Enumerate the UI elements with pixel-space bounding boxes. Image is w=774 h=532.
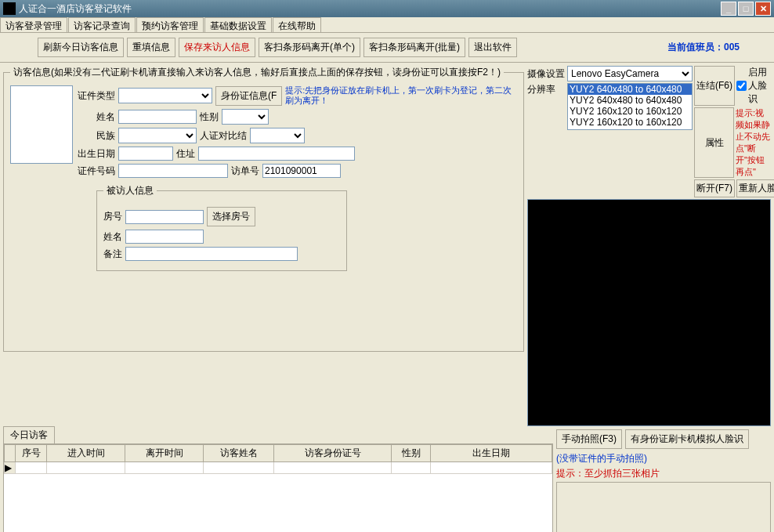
col-birth[interactable]: 出生日期: [431, 445, 552, 462]
camera-device-select[interactable]: Lenovo EasyCamera: [567, 66, 693, 81]
enable-face-checkbox[interactable]: 启用人脸识: [736, 66, 771, 106]
id-type-select[interactable]: [118, 88, 212, 103]
birth-label: 出生日期: [78, 147, 115, 161]
nation-select[interactable]: [118, 128, 197, 143]
visitor-info-legend: 访客信息(如果没有二代证刷卡机请直接输入来访客人信息，输好后直接点上面的保存按钮…: [10, 66, 504, 79]
noid-hint: (没带证件的手动拍照): [556, 452, 771, 465]
today-visitor-tab[interactable]: 今日访客: [3, 426, 55, 443]
addr-input[interactable]: [198, 147, 355, 161]
menu-visitor-query[interactable]: 访客记录查询: [68, 17, 136, 32]
visited-person-fieldset: 被访人信息 房号 选择房号 姓名 备注: [96, 184, 347, 271]
resolution-option[interactable]: YUY2 160x120 to 160x120: [568, 117, 692, 128]
resolution-listbox[interactable]: YUY2 640x480 to 640x480 YUY2 640x480 to …: [567, 83, 693, 130]
window-title: 人证合一酒店访客登记软件: [19, 2, 721, 16]
maximize-button[interactable]: □: [738, 2, 754, 16]
visited-name-input[interactable]: [125, 230, 204, 244]
sim-face-button[interactable]: 有身份证刷卡机模拟人脸识: [625, 429, 749, 449]
resolution-label: 分辨率: [527, 83, 565, 96]
orderno-input[interactable]: [262, 164, 341, 178]
menu-help[interactable]: 在线帮助: [273, 17, 321, 32]
resolution-option[interactable]: YUY2 160x120 to 160x120: [568, 106, 692, 117]
orderno-label: 访单号: [231, 165, 259, 178]
visited-legend: 被访人信息: [103, 184, 157, 197]
birth-input[interactable]: [118, 147, 173, 161]
scan-leave-batch-button[interactable]: 客扫条形码离开(批量): [363, 38, 465, 57]
visitor-info-fieldset: 访客信息(如果没有二代证刷卡机请直接输入来访客人信息，输好后直接点上面的保存按钮…: [3, 66, 524, 352]
exit-button[interactable]: 退出软件: [468, 38, 517, 57]
current-duty-label: 当前值班员：005: [667, 41, 771, 54]
manual-snap-button[interactable]: 手动拍照(F3): [556, 429, 622, 449]
nation-label: 民族: [78, 129, 115, 143]
name-label: 姓名: [78, 110, 115, 124]
remark-input[interactable]: [125, 247, 298, 261]
col-gender[interactable]: 性别: [392, 445, 431, 462]
menu-appointment[interactable]: 预约访客管理: [136, 17, 204, 32]
photo-box: [10, 85, 73, 164]
visitor-grid[interactable]: 序号 进入时间 离开时间 访客姓名 访客身份证号 性别 出生日期 ▶ ◂ ▸: [3, 443, 553, 532]
col-leave[interactable]: 离开时间: [125, 445, 204, 462]
id-hint: 提示:先把身份证放在刷卡机上，第一次刷卡为登记，第二次刷为离开！: [285, 85, 517, 106]
refresh-today-button[interactable]: 刷新今日访客信息: [38, 38, 124, 57]
id-type-label: 证件类型: [78, 89, 115, 103]
col-seq[interactable]: 序号: [16, 445, 47, 462]
col-enter[interactable]: 进入时间: [47, 445, 125, 462]
idno-input[interactable]: [118, 164, 228, 178]
addr-label: 住址: [176, 147, 195, 161]
camera-hint: 提示:视频如果静止不动先点"断开"按钮再点": [736, 107, 771, 178]
disconnect-button[interactable]: 断开(F7): [694, 179, 735, 197]
col-idno[interactable]: 访客身份证号: [274, 445, 392, 462]
refill-button[interactable]: 重填信息: [127, 38, 175, 57]
room-input[interactable]: [125, 210, 204, 224]
id-info-button[interactable]: 身份证信息(F: [215, 86, 282, 106]
scan-leave-single-button[interactable]: 客扫条形码离开(单个): [259, 38, 360, 57]
menu-visitor-login[interactable]: 访客登录管理: [0, 17, 67, 32]
app-icon: [3, 2, 16, 15]
video-preview: [527, 199, 771, 426]
connect-button[interactable]: 连结(F6): [694, 66, 735, 106]
room-label: 房号: [103, 210, 122, 223]
remark-label: 备注: [103, 248, 122, 261]
camera-device-label: 摄像设置: [527, 67, 565, 81]
attr-button[interactable]: 属性: [694, 107, 734, 178]
name-input[interactable]: [118, 110, 197, 124]
gender-select[interactable]: [222, 109, 269, 125]
snap-tip: 提示：至少抓拍三张相片: [556, 467, 771, 480]
resolution-option[interactable]: YUY2 640x480 to 640x480: [568, 95, 692, 106]
table-row[interactable]: ▶: [5, 462, 552, 474]
snapshot-area: [556, 482, 771, 532]
minimize-button[interactable]: _: [721, 2, 736, 16]
compare-label: 人证对比结: [200, 129, 247, 143]
gender-label: 性别: [200, 110, 219, 124]
idno-label: 证件号码: [78, 165, 115, 178]
menu-basic-data[interactable]: 基础数据设置: [204, 17, 272, 32]
select-room-button[interactable]: 选择房号: [207, 207, 255, 226]
save-visitor-button[interactable]: 保存来访人信息: [179, 38, 255, 57]
close-button[interactable]: ✕: [755, 2, 771, 16]
col-name[interactable]: 访客姓名: [204, 445, 274, 462]
refresh-face-button[interactable]: 重新人脸比对: [736, 179, 774, 197]
visited-name-label: 姓名: [103, 230, 122, 244]
resolution-option[interactable]: YUY2 640x480 to 640x480: [568, 84, 692, 95]
compare-select[interactable]: [250, 128, 305, 143]
